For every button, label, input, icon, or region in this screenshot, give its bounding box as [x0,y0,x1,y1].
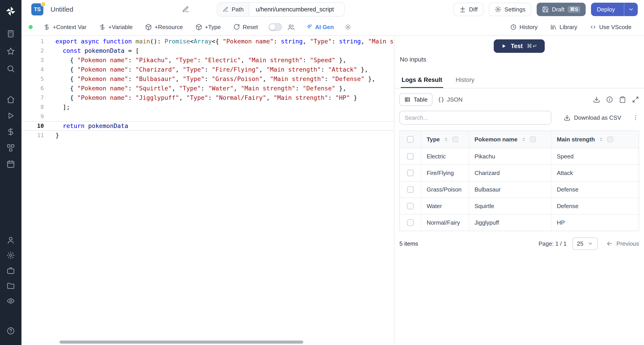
multiplayer-toggle[interactable] [268,23,282,31]
sidebar-item-apps[interactable] [6,144,15,152]
code-line[interactable]: 4 { "Pokemon name": "Charizard", "Type":… [22,65,394,74]
test-button[interactable]: Test ⌘↵ [494,39,545,53]
sort-icon[interactable] [598,136,604,143]
code-line[interactable]: 10 return pokemonData [22,121,394,131]
sidebar-item-gear[interactable] [6,251,15,259]
table-row[interactable]: Normal/FairyJigglypuffHP [400,214,639,231]
sidebar-item-user[interactable] [6,236,15,244]
diff-button[interactable]: Diff [454,3,484,16]
sidebar-item-dollar[interactable] [6,128,15,136]
view-json-button[interactable]: {} JSON [438,96,462,103]
table-cell: Charizard [469,165,552,181]
sidebar-item-help[interactable] [6,327,15,335]
tab-logs-result[interactable]: Logs & Result [401,73,443,88]
column-header[interactable]: Main strength [552,131,639,148]
line-number: 11 [22,131,44,140]
sidebar-item-star[interactable] [6,47,15,56]
editor-settings-gear-icon[interactable] [344,24,351,31]
code-line[interactable]: 2 const pokemonData = [ [22,46,394,56]
history-clock-icon [510,24,517,31]
row-checkbox[interactable] [407,170,414,176]
package-icon [145,24,152,31]
ai-gen-button[interactable]: AI Gen [306,24,334,31]
sidebar-item-calendar[interactable] [6,160,15,168]
sidebar-item-play[interactable] [6,111,15,120]
sidebar-item-home[interactable] [6,95,15,104]
column-option-box[interactable] [452,137,458,142]
row-checkbox[interactable] [407,153,414,160]
history-button[interactable]: History [510,24,538,31]
editor-toolbar: +Context Var +Variable +Resource +Type R… [22,19,644,36]
reset-button[interactable]: Reset [233,24,258,31]
code-line[interactable]: 5 { "Pokemon name": "Bulbasaur", "Type":… [22,74,394,84]
add-variable-button[interactable]: +Variable [99,24,133,31]
draft-button[interactable]: Draft ⌘S [537,3,586,16]
deploy-button[interactable]: Deploy [591,3,638,16]
table-cell: Speed [552,148,639,164]
table-row[interactable]: ElectricPikachuSpeed [400,148,639,164]
column-header[interactable]: Type [421,131,469,148]
code-line[interactable]: 11} [22,131,394,140]
settings-label: Settings [504,6,526,13]
add-type-button[interactable]: +Type [196,24,221,31]
sidebar-item-folder[interactable] [6,281,15,290]
expand-icon[interactable] [632,96,639,103]
add-resource-label: +Resource [154,24,183,31]
table-row[interactable]: Fire/FlyingCharizardAttack [400,164,639,181]
column-option-box[interactable] [530,137,536,142]
horizontal-scrollbar[interactable] [60,340,303,344]
use-vscode-button[interactable]: Use VScode [590,24,632,31]
dollar-icon [99,24,106,31]
add-resource-button[interactable]: +Resource [145,24,183,31]
code-line[interactable]: 7 { "Pokemon name": "Jigglypuff", "Type"… [22,93,394,103]
search-input[interactable] [399,111,552,125]
users-icon[interactable] [287,23,295,31]
download-icon[interactable] [593,96,600,103]
row-checkbox[interactable] [407,203,414,209]
windmill-logo-icon[interactable] [5,5,16,17]
deploy-menu-button[interactable] [624,3,638,16]
library-button[interactable]: Library [550,24,577,31]
path-field[interactable]: Path u/henri/unencumbered_script [217,2,345,17]
info-icon[interactable] [606,96,613,103]
row-checkbox[interactable] [407,186,414,193]
table-cell: Defense [552,181,639,198]
page-size-select[interactable]: 25 [572,237,598,250]
sidebar-item-search[interactable] [6,65,15,73]
sidebar-item-briefcase[interactable] [6,266,15,275]
tab-history[interactable]: History [455,73,476,88]
clipboard-icon[interactable] [619,96,626,103]
code-line[interactable]: 9 [22,112,394,121]
apps-icon [6,144,15,152]
table-row[interactable]: WaterSquirtleDefense [400,198,639,214]
table-cell: HP [552,215,639,231]
table-row[interactable]: Grass/PoisonBulbasaurDefense [400,181,639,198]
settings-button[interactable]: Settings [489,3,531,16]
code-line[interactable]: 3 { "Pokemon name": "Pikachu", "Type": "… [22,56,394,65]
code-line[interactable]: 8 ]; [22,103,394,112]
column-header[interactable]: Pokemon name [469,131,552,148]
select-all-checkbox[interactable] [407,136,414,143]
path-value[interactable]: u/henri/unencumbered_script [249,3,344,16]
deploy-label[interactable]: Deploy [591,3,621,16]
edit-pencil-icon[interactable] [182,6,189,13]
column-option-box[interactable] [607,137,613,142]
sidebar-item-eye[interactable] [6,297,15,305]
add-context-var-button[interactable]: +Context Var [44,24,86,31]
sidebar-item-calculator[interactable] [6,30,15,38]
download-csv-button[interactable]: Download as CSV [564,114,621,121]
script-title[interactable]: Untitled [50,6,73,13]
sort-icon[interactable] [521,136,526,143]
view-table-button[interactable]: Table [399,93,432,106]
code-line[interactable]: 6 { "Pokemon name": "Squirtle", "Type": … [22,84,394,93]
sidebar-group-main [6,95,15,168]
code-line[interactable]: 1export async function main(): Promise<A… [22,37,394,46]
code-line-text: const pokemonData = [ [56,46,394,56]
previous-label: Previous [616,240,639,247]
sort-icon[interactable] [444,136,449,143]
previous-page-button[interactable]: Previous [606,240,639,247]
kebab-menu-icon[interactable] [632,114,639,121]
line-number: 4 [22,65,44,74]
row-checkbox[interactable] [407,219,414,226]
code-editor[interactable]: 1export async function main(): Promise<A… [22,36,394,345]
